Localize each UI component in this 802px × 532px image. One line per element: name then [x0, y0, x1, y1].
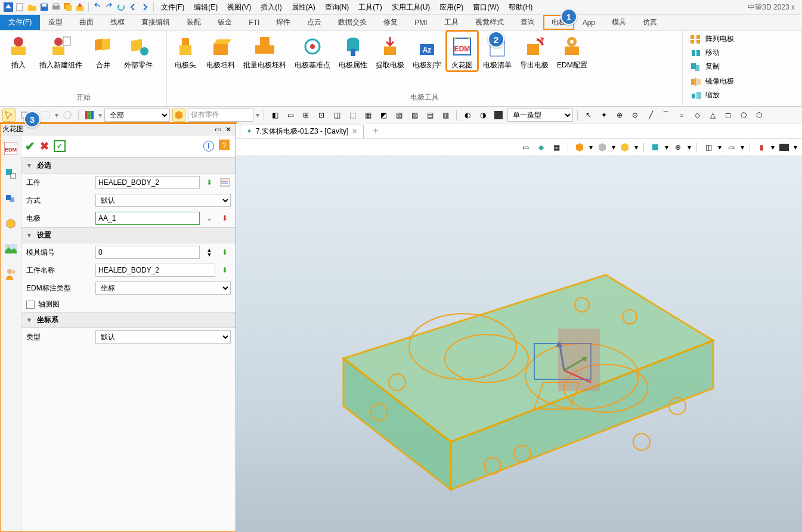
vt-icon[interactable]: ▦	[550, 141, 562, 153]
btn-insert[interactable]: 插入	[4, 32, 33, 70]
select-icon[interactable]	[2, 109, 16, 122]
info-icon[interactable]: i	[203, 141, 214, 151]
undo-icon[interactable]	[92, 2, 102, 12]
import-icon[interactable]	[75, 2, 85, 12]
menu-help[interactable]: 帮助(H)	[505, 1, 537, 14]
workpiece-input[interactable]	[95, 176, 200, 189]
tab-pmi[interactable]: PMI	[406, 15, 435, 30]
tb-icon[interactable]: ▭	[284, 109, 297, 122]
tb-icon[interactable]: △	[706, 109, 719, 122]
btn-merge[interactable]: 合并	[88, 32, 118, 70]
pick-icon[interactable]: ⬇	[203, 177, 215, 188]
tab-directedit[interactable]: 直接编辑	[133, 15, 178, 30]
vt-icon[interactable]	[778, 141, 790, 153]
vt-icon[interactable]	[649, 141, 661, 153]
moldno-input[interactable]	[95, 246, 200, 259]
pick-icon[interactable]: ⬇	[219, 212, 231, 224]
vt-icon[interactable]: ▮	[755, 141, 767, 153]
restore-icon[interactable]: ▭	[213, 125, 222, 134]
method-select[interactable]: 默认	[95, 194, 231, 207]
tab-app[interactable]: App	[574, 15, 603, 30]
tb-icon[interactable]: ⊞	[299, 109, 312, 122]
filter2-combo[interactable]: 仅有零件	[188, 109, 253, 122]
csys-select[interactable]: 默认	[95, 330, 231, 344]
menu-app[interactable]: 应用(P)	[436, 1, 467, 14]
tb-icon[interactable]: ○	[675, 109, 688, 122]
partname-input[interactable]	[95, 264, 215, 277]
tab-simulate[interactable]: 仿真	[634, 15, 665, 30]
tb-icon[interactable]: ⬚	[346, 109, 359, 122]
vt-icon[interactable]: ▭	[519, 141, 531, 153]
tb-icon[interactable]: ▧	[392, 109, 405, 122]
color-icon[interactable]	[83, 109, 96, 122]
new-icon[interactable]	[16, 2, 25, 12]
vt-icon[interactable]: ◆	[535, 141, 547, 153]
tab-fti[interactable]: FTI	[240, 15, 268, 30]
tb-icon[interactable]: ⬡	[753, 109, 766, 122]
tb-icon[interactable]: ◇	[690, 109, 704, 122]
btn-scale[interactable]: 缩放	[690, 90, 794, 100]
help-icon[interactable]: ?	[219, 140, 232, 153]
back-icon[interactable]	[128, 2, 138, 12]
tab-weld[interactable]: 焊件	[268, 15, 299, 30]
box-icon[interactable]	[4, 216, 18, 231]
tb-icon[interactable]: ◑	[476, 109, 490, 122]
tb-icon[interactable]: ◧	[268, 109, 281, 122]
menu-edit[interactable]: 编辑(E)	[190, 1, 221, 14]
sel2-icon[interactable]	[39, 109, 52, 122]
cancel-button[interactable]: ✖	[40, 140, 49, 153]
tb-icon[interactable]: ◫	[330, 109, 343, 122]
tab-visual[interactable]: 视觉样式	[467, 15, 512, 30]
vt-icon[interactable]: ▭	[725, 141, 737, 153]
pick-icon[interactable]: ⬇	[219, 264, 231, 276]
document-tab[interactable]: ✦ 7.实体拆电极-01.Z3 - [Cavity] ✕	[240, 125, 364, 138]
menu-util[interactable]: 实用工具(U)	[388, 1, 434, 14]
model-canvas[interactable]	[236, 156, 802, 532]
menu-file[interactable]: 文件(F)	[157, 1, 188, 14]
save-icon[interactable]	[39, 2, 49, 12]
btn-electrode-head[interactable]: 电极头	[171, 32, 200, 70]
tab-exchange[interactable]: 数据交换	[330, 15, 375, 30]
cube-icon[interactable]	[172, 109, 185, 122]
tb-icon[interactable]: ╱	[644, 109, 657, 122]
filter-combo[interactable]: 全部	[104, 109, 170, 122]
iso-checkbox[interactable]	[26, 301, 35, 309]
tab-tools[interactable]: 工具	[436, 15, 467, 30]
print-icon[interactable]	[51, 2, 61, 12]
dropdown-icon[interactable]: ⌄	[203, 212, 215, 224]
btn-move[interactable]: 移动	[690, 48, 794, 58]
refresh-icon[interactable]	[116, 2, 126, 12]
tb-icon[interactable]: ▦	[361, 109, 374, 122]
saveall-icon[interactable]	[63, 2, 73, 12]
layers-icon[interactable]	[4, 191, 18, 206]
btn-batch-blank[interactable]: 批量电极坯料	[241, 32, 289, 70]
tree-icon[interactable]	[4, 166, 18, 181]
tb-icon[interactable]: ⊡	[315, 109, 328, 122]
new-tab-button[interactable]: ＋	[367, 125, 384, 137]
menu-attr[interactable]: 属性(A)	[288, 1, 319, 14]
pick-icon[interactable]: ⬇	[219, 246, 231, 258]
close-icon[interactable]: ✕	[224, 125, 233, 134]
btn-attr[interactable]: 电极属性	[336, 32, 370, 70]
section-csys[interactable]: 坐标系	[21, 312, 236, 328]
tab-wireframe[interactable]: 线框	[102, 15, 133, 30]
close-tab-icon[interactable]: ✕	[352, 128, 357, 135]
tb-icon[interactable]: ◻	[722, 109, 735, 122]
redo-icon[interactable]	[104, 2, 114, 12]
menu-query[interactable]: 查询(N)	[321, 1, 353, 14]
ok-button[interactable]: ✔	[25, 139, 35, 153]
tb-icon[interactable]: ⌒	[659, 109, 673, 122]
tb-icon[interactable]: ⊕	[613, 109, 626, 122]
vt-icon[interactable]: ◫	[702, 141, 714, 153]
vt-icon[interactable]	[619, 141, 631, 153]
fwd-icon[interactable]	[140, 2, 150, 12]
vt-icon[interactable]	[574, 141, 586, 153]
btn-insert-new[interactable]: 插入新建组件	[37, 32, 85, 70]
btn-datum[interactable]: 电极基准点	[292, 32, 333, 70]
tb-icon[interactable]	[492, 109, 505, 122]
btn-mirror[interactable]: 镜像电极	[690, 76, 794, 86]
btn-copy[interactable]: 复制	[690, 61, 794, 72]
image-icon[interactable]	[4, 242, 18, 256]
tb-icon[interactable]: ◩	[377, 109, 390, 122]
btn-blank[interactable]: 电极坯料	[204, 32, 237, 70]
